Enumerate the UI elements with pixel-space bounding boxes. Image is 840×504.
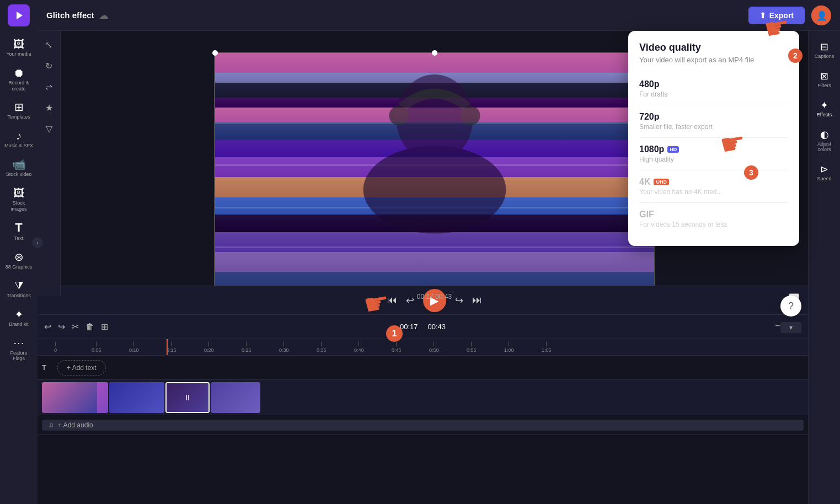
uhd-badge: UHD xyxy=(654,179,669,185)
text-icon: T xyxy=(15,222,22,234)
svg-point-6 xyxy=(389,105,409,125)
timeline-playhead[interactable] xyxy=(167,339,168,355)
sidebar-collapse-btn[interactable]: › xyxy=(32,237,43,248)
sidebar-right: ⊟ Captions ⊠ Filters ✦ Effects ◐ Adjust … xyxy=(808,31,840,504)
rewind-button[interactable]: ↩ xyxy=(406,294,414,307)
pause-icon: ⏸ xyxy=(184,393,191,402)
audio-track: ♫ + Add audio xyxy=(38,415,808,435)
quality-name-1080p: 1080p HD xyxy=(639,144,788,154)
quality-dropdown: Video quality Your video will export as … xyxy=(628,31,799,246)
video-clip-2[interactable] xyxy=(109,382,164,413)
sidebar-item-transitions[interactable]: ⧩ Transitions xyxy=(2,276,35,303)
sidebar-item-text[interactable]: T Text xyxy=(2,217,35,246)
sidebar-item-feature-flags[interactable]: ⋯ Feature Flags xyxy=(2,333,35,367)
sidebar-item-stock-images[interactable]: 🖼 Stock images xyxy=(2,183,35,217)
quality-desc-1080p: High quality xyxy=(639,156,788,163)
quality-name-gif: GIF xyxy=(639,210,788,219)
flip-tool[interactable]: ⇌ xyxy=(40,77,58,96)
undo-button[interactable]: ↩ xyxy=(44,321,51,332)
ai-tool[interactable]: ★ xyxy=(40,98,58,117)
scroll-indicator[interactable]: ▾ xyxy=(780,322,801,333)
ruler-mark-9: 0:45 xyxy=(392,342,402,353)
add-audio-button[interactable]: + Add audio xyxy=(58,421,93,429)
record-icon: ⏺ xyxy=(13,67,24,78)
sidebar-item-templates[interactable]: ⊞ Templates xyxy=(2,97,35,125)
sidebar-item-record-create[interactable]: ⏺ Record &create xyxy=(2,63,35,96)
timeline-time: 00:17 00:43 xyxy=(400,323,446,331)
sidebar-item-brand-kit[interactable]: ✦ Brand kit xyxy=(2,304,35,332)
ruler-mark-2: 0:10 xyxy=(129,342,139,353)
sidebar-item-stock-video[interactable]: 📹 Stock video xyxy=(2,154,35,182)
audio-track-bar: ♫ + Add audio xyxy=(42,420,804,431)
sidebar-left: 🖼 Your media ⏺ Record &create ⊞ Template… xyxy=(0,0,38,504)
sidebar-item-captions[interactable]: ⊟ Captions xyxy=(810,37,839,63)
ruler-mark-13: 1:05 xyxy=(542,342,552,353)
canvas-toolbar: ⤡ ↻ ⇌ ★ ▽ xyxy=(38,31,61,296)
video-clip-4[interactable] xyxy=(211,382,260,413)
graphics-icon: ⊛ xyxy=(14,251,24,262)
cursor-hand-2: ☛ xyxy=(762,9,793,46)
quality-option-gif[interactable]: GIF For videos 15 seconds or less xyxy=(639,203,788,235)
filters-icon: ⊠ xyxy=(820,71,828,81)
captions-icon: ⊟ xyxy=(820,42,828,52)
cloud-save-icon[interactable]: ☁ xyxy=(99,9,109,22)
add-text-button[interactable]: + Add text xyxy=(57,360,106,376)
templates-icon: ⊞ xyxy=(14,101,24,112)
quality-option-720p[interactable]: 720p Smaller file, faster export xyxy=(639,105,788,138)
svg-text:👤: 👤 xyxy=(816,10,827,21)
speed-icon: ⊳ xyxy=(820,164,828,174)
quality-name-4k: 4K UHD xyxy=(639,177,788,187)
quality-name-480p: 480p xyxy=(639,79,788,89)
time-display: 00:17 00:43 xyxy=(417,293,452,301)
redo-button[interactable]: ↪ xyxy=(58,321,65,332)
timeline-area: ↩ ↪ ✂ 🗑 ⊞ 00:17 00:43 − + ⤢ 0 0:05 0:10 … xyxy=(38,314,808,504)
playback-bar: ⏮ ↩ ▶ ↪ ⏭ 00:17 00:43 ⤢ xyxy=(61,286,808,314)
sidebar-item-your-media[interactable]: 🖼 Your media xyxy=(2,34,35,62)
ruler-mark-12: 1:00 xyxy=(504,342,514,353)
timeline-toolbar: ↩ ↪ ✂ 🗑 ⊞ 00:17 00:43 − + ⤢ xyxy=(38,315,808,339)
crop-tool[interactable]: ⤡ xyxy=(40,35,58,54)
stock-video-icon: 📹 xyxy=(12,159,26,170)
video-clip-1[interactable] xyxy=(42,382,108,413)
ruler-mark-6: 0:30 xyxy=(279,342,289,353)
stock-images-icon: 🖼 xyxy=(13,187,24,199)
quality-option-1080p[interactable]: 1080p HD High quality xyxy=(639,138,788,170)
sidebar-item-music-sfx[interactable]: ♪ Music & SFX xyxy=(2,126,35,153)
duplicate-button[interactable]: ⊞ xyxy=(101,321,108,332)
quality-option-4k[interactable]: 4K UHD Your video has no 4K med... xyxy=(639,170,788,203)
cursor-hand-1: ☛ xyxy=(361,285,393,321)
app-logo[interactable] xyxy=(8,4,30,26)
help-button[interactable]: ? xyxy=(780,296,801,317)
sidebar-item-adjust-colors[interactable]: ◐ Adjust colors xyxy=(810,125,839,157)
video-clip-3[interactable]: ⏸ xyxy=(165,382,210,413)
ruler-mark-7: 0:35 xyxy=(317,342,327,353)
sidebar-item-effects[interactable]: ✦ Effects xyxy=(810,96,839,122)
music-note-icon: ♫ xyxy=(49,421,53,429)
user-avatar[interactable]: 👤 xyxy=(811,6,831,25)
cut-button[interactable]: ✂ xyxy=(72,321,79,332)
cursor-badge-3: 3 xyxy=(744,165,758,180)
ruler-mark-3: 0:15 xyxy=(167,342,176,353)
video-glitch-display xyxy=(215,53,654,302)
sidebar-item-filters[interactable]: ⊠ Filters xyxy=(810,67,839,93)
rotate-tool[interactable]: ↻ xyxy=(40,56,58,75)
quality-desc-480p: For drafts xyxy=(639,90,788,98)
delete-button[interactable]: 🗑 xyxy=(85,322,94,332)
quality-name-720p: 720p xyxy=(639,112,788,122)
more-tool[interactable]: ▽ xyxy=(40,119,58,138)
sidebar-item-speed[interactable]: ⊳ Speed xyxy=(810,160,839,186)
hd-badge: HD xyxy=(667,146,679,153)
handle-top-mid[interactable] xyxy=(432,50,437,56)
handle-top-left[interactable] xyxy=(212,50,218,56)
cursor-badge-1: 1 xyxy=(386,325,403,342)
sidebar-item-graphics[interactable]: ⊛ 88 Graphics xyxy=(2,247,35,275)
ruler-mark-4: 0:20 xyxy=(204,342,214,353)
ruler-mark-8: 0:40 xyxy=(354,342,364,353)
zoom-out-button[interactable]: − xyxy=(775,321,780,331)
effects-icon: ✦ xyxy=(820,100,828,110)
skip-forward-button[interactable]: ⏭ xyxy=(472,294,482,306)
quality-desc-gif: For videos 15 seconds or less xyxy=(639,221,788,228)
svg-point-5 xyxy=(363,146,506,233)
forward-button[interactable]: ↪ xyxy=(455,294,463,307)
quality-option-480p[interactable]: 480p For drafts xyxy=(639,73,788,105)
